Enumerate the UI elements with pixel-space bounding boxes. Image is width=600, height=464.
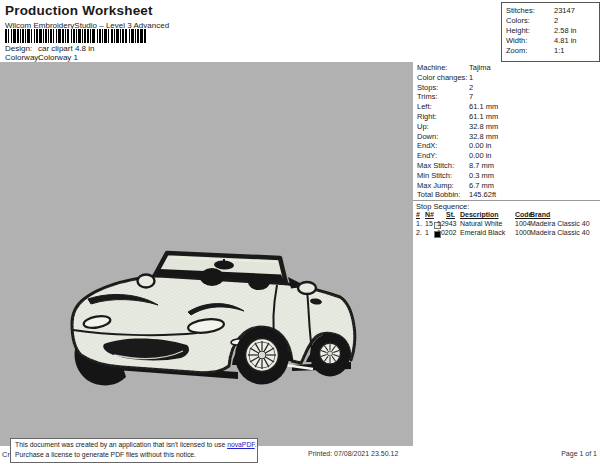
stat-width: Width:4.81 in [502,36,599,46]
notice-line-1: This document was created by an applicat… [15,440,253,450]
barcode [5,29,147,43]
info-trims: Trims:7 [417,92,597,102]
info-right: Right:61.1 mm [417,112,597,122]
right-wing-mirror [298,282,316,294]
license-notice-box: This document was created by an applicat… [10,438,258,463]
info-down: Down:32.8 mm [417,132,597,142]
notice-line-2: Purchase a license to generate PDF files… [15,450,253,460]
stop-sequence-row-1: 1. 15 12943 Natural White 1004 Madeira C… [415,220,599,229]
panel-divider [413,200,600,201]
colorway-label: Colorway: [5,53,38,62]
info-up: Up:32.8 mm [417,122,597,132]
machine-info-panel: Machine:Tajima Color changes:1 Stops:2 T… [417,63,597,200]
info-max-stitch: Max Stitch:8.7 mm [417,161,597,171]
design-value: car clipart 4.8 in [38,44,94,53]
stat-height: Height:2.58 in [502,26,599,36]
clipped-created-text: Cr [2,450,10,459]
passenger-seat [248,274,270,290]
colorway-row: Colorway:Colorway 1 [5,53,78,62]
info-total-bobbin: Total Bobbin:145.62ft [417,190,597,200]
rear-wheel [310,334,350,377]
driver-seat [200,268,224,286]
info-left: Left:61.1 mm [417,102,597,112]
stop-sequence-table: Stop Sequence: # N# St. Description Code… [415,202,599,247]
info-machine: Machine:Tajima [417,63,597,73]
stat-stitches: Stitches:23147 [502,6,599,16]
info-endx: EndX:0.00 in [417,141,597,151]
design-row: Design:car clipart 4.8 in [5,44,94,53]
left-wing-mirror [138,275,155,288]
stop-sequence-title: Stop Sequence: [416,202,469,211]
front-wheel [235,328,289,385]
page-indicator: Page 1 of 1 [561,450,597,457]
stop-sequence-row-2: 2. 1 10202 Emerald Black 1000 Madeira Cl… [415,229,599,238]
production-worksheet-page: Production Worksheet Wilcom EmbroiderySt… [0,0,600,464]
stat-zoom: Zoom:1:1 [502,46,599,56]
novapdf-link[interactable]: novaPDF [227,441,255,448]
info-endy: EndY:0.00 in [417,151,597,161]
info-max-jump: Max Jump:6.7 mm [417,181,597,191]
stat-colors: Colors:2 [502,16,599,26]
design-canvas [0,62,413,446]
car-artwork [60,238,360,398]
printed-timestamp: Printed: 07/08/2021 23.50.12 [308,450,398,457]
colorway-value: Colorway 1 [38,53,78,62]
design-label: Design: [5,44,38,53]
design-stats-box: Stitches:23147 Colors:2 Height:2.58 in W… [501,2,600,62]
stop-sequence-header: # N# St. Description Code Brand [415,211,599,220]
info-stops: Stops:2 [417,83,597,93]
info-color-changes: Color changes:1 [417,73,597,83]
info-min-stitch: Min Stitch:0.3 mm [417,171,597,181]
page-title: Production Worksheet [5,3,153,18]
